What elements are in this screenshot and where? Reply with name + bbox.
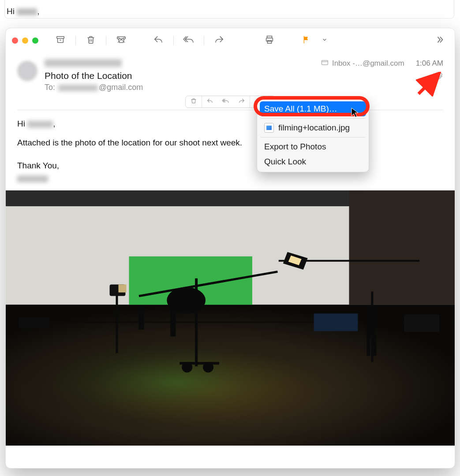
reply-button[interactable] xyxy=(150,33,167,48)
flag-button[interactable] xyxy=(298,33,315,48)
svg-rect-19 xyxy=(180,362,219,364)
window-close-button[interactable] xyxy=(12,37,18,44)
svg-rect-30 xyxy=(138,312,144,329)
svg-rect-28 xyxy=(373,335,376,356)
flag-icon xyxy=(302,35,311,46)
file-thumbnail-icon xyxy=(264,123,274,133)
menu-item-export-photos[interactable]: Export to Photos xyxy=(260,139,366,154)
message-subject: Photo of the Location xyxy=(45,71,314,81)
svg-rect-5 xyxy=(322,60,328,65)
inline-reply-all-button[interactable] xyxy=(218,96,234,108)
svg-rect-4 xyxy=(267,41,271,43)
to-domain: @gmail.com xyxy=(99,83,143,92)
junk-icon xyxy=(116,35,127,46)
menu-item-label: filming+location.jpg xyxy=(278,123,350,133)
bg-greeting-prefix: Hi xyxy=(7,7,17,16)
chevron-down-icon xyxy=(322,37,328,45)
forward-icon xyxy=(238,97,245,106)
window-zoom-button[interactable] xyxy=(32,37,38,44)
bg-greeting-name-redacted xyxy=(17,8,37,15)
svg-rect-34 xyxy=(314,313,358,331)
svg-rect-35 xyxy=(404,314,439,332)
reply-all-button[interactable] xyxy=(180,33,198,48)
body-line-1: Attached is the photo of the location fo… xyxy=(17,136,443,149)
menu-item-label: Quick Look xyxy=(264,157,306,167)
background-email-peek: Hi , xyxy=(4,0,454,19)
attachment-dropdown-menu: Save All (1.1 MB)… filming+location.jpg … xyxy=(257,98,369,172)
menu-item-label: Export to Photos xyxy=(264,142,326,152)
menu-item-attachment-file[interactable]: filming+location.jpg xyxy=(260,120,366,135)
mailbox-label[interactable]: Inbox -…@gmail.com xyxy=(332,59,404,68)
svg-rect-32 xyxy=(170,314,176,336)
print-button[interactable] xyxy=(261,33,278,48)
toolbar-separator xyxy=(75,36,76,45)
trash-icon xyxy=(86,35,96,46)
sender-name-redacted xyxy=(45,59,122,67)
svg-rect-9 xyxy=(349,190,455,305)
archive-button[interactable] xyxy=(52,33,69,48)
toolbar-separator xyxy=(106,36,106,45)
window-traffic-lights xyxy=(12,37,38,44)
toolbar-overflow-button[interactable] xyxy=(431,33,449,48)
menu-separator xyxy=(261,137,365,138)
svg-rect-27 xyxy=(367,335,370,356)
forward-button[interactable] xyxy=(210,33,228,48)
attachment-image[interactable] xyxy=(6,190,455,446)
svg-rect-26 xyxy=(367,312,375,336)
inline-reply-button[interactable] xyxy=(202,96,218,108)
toolbar-separator xyxy=(204,36,204,45)
message-to-line: To: @gmail.com xyxy=(45,83,314,92)
message-time: 1:06 AM xyxy=(416,59,443,68)
svg-rect-0 xyxy=(57,37,64,39)
menu-separator xyxy=(261,118,365,119)
menu-item-label: Save All (1.1 MB)… xyxy=(264,104,337,114)
svg-point-29 xyxy=(138,306,144,312)
body-greeting-name-redacted xyxy=(27,121,53,128)
print-icon xyxy=(264,35,275,46)
reply-all-icon xyxy=(222,97,230,106)
reply-all-icon xyxy=(183,35,195,46)
mail-message-window: Photo of the Location To: @gmail.com Inb… xyxy=(5,28,455,469)
message-header: Photo of the Location To: @gmail.com Inb… xyxy=(6,53,455,92)
body-signature-redacted xyxy=(17,175,48,182)
window-titlebar xyxy=(6,28,455,53)
svg-rect-20 xyxy=(116,287,118,353)
svg-rect-13 xyxy=(6,321,455,323)
menu-item-quick-look[interactable]: Quick Look xyxy=(260,154,366,169)
bg-greeting-suffix: , xyxy=(37,7,39,16)
reply-icon xyxy=(206,97,213,106)
toolbar-separator xyxy=(173,36,174,45)
svg-rect-1 xyxy=(117,37,125,39)
trash-icon xyxy=(190,97,197,106)
mailbox-icon xyxy=(321,59,329,68)
body-thanks: Thank You, xyxy=(17,159,443,172)
flag-menu-button[interactable] xyxy=(320,33,329,48)
inline-delete-button[interactable] xyxy=(186,96,202,108)
archive-icon xyxy=(56,35,65,46)
inline-forward-button[interactable] xyxy=(234,96,250,108)
body-greeting-prefix: Hi xyxy=(17,119,27,128)
menu-item-save-all[interactable]: Save All (1.1 MB)… xyxy=(260,101,366,116)
message-body: Hi , Attached is the photo of the locati… xyxy=(6,110,455,185)
window-minimize-button[interactable] xyxy=(22,37,28,44)
reply-icon xyxy=(153,35,164,46)
svg-point-25 xyxy=(367,305,375,313)
delete-button[interactable] xyxy=(82,33,100,48)
svg-point-31 xyxy=(170,309,176,315)
junk-button[interactable] xyxy=(112,33,130,48)
chevron-right-double-icon xyxy=(435,35,445,46)
attachment-indicator[interactable] xyxy=(435,72,443,82)
svg-rect-22 xyxy=(118,284,126,292)
sender-avatar xyxy=(17,61,37,81)
to-label: To: xyxy=(45,83,55,92)
paperclip-icon xyxy=(435,74,443,82)
inline-action-bar: 1 xyxy=(17,96,443,109)
svg-rect-33 xyxy=(19,317,50,328)
svg-rect-12 xyxy=(6,305,455,445)
to-name-redacted xyxy=(58,85,98,91)
forward-icon xyxy=(214,35,224,46)
body-greeting-suffix: , xyxy=(53,119,55,128)
